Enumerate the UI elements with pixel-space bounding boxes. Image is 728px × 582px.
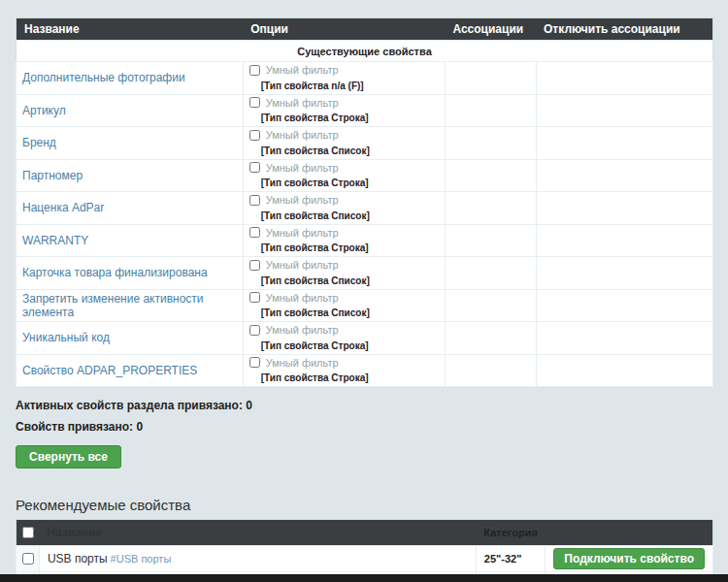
recommended-property-row: USB порты#USB порты25"-32"Подключить сво…	[17, 546, 713, 572]
property-type-label: [Тип свойства Список]	[261, 275, 370, 286]
property-name-link[interactable]: Наценка AdPar	[22, 201, 104, 214]
active-properties-count: Активных свойств раздела привязано: 0	[16, 399, 713, 412]
connect-property-button[interactable]: Подключить свойство	[553, 548, 705, 569]
existing-property-row: Уникальный кодУмный фильтр[Тип свойства …	[17, 322, 713, 355]
smart-filter-text: Умный фильтр	[266, 194, 339, 206]
property-type-label: [Тип свойства Строка]	[261, 113, 369, 123]
property-name-link[interactable]: Артикул	[22, 104, 66, 117]
existing-property-row: ПартномерУмный фильтр[Тип свойства Строк…	[17, 159, 713, 192]
smart-filter-checkbox[interactable]	[249, 260, 260, 271]
column-header-disable-associations: Отключить ассоциации	[536, 18, 712, 41]
smart-filter-text: Умный фильтр	[266, 259, 339, 271]
smart-filter-label[interactable]: Умный фильтр	[249, 227, 339, 239]
row-checkbox[interactable]	[22, 553, 34, 565]
property-type-label: [Тип свойства n/a (F)]	[261, 81, 364, 91]
bottom-dark-bar	[0, 574, 728, 582]
associations-cell	[445, 192, 536, 225]
property-name-link[interactable]: Запретить изменение активности элемента	[22, 292, 204, 319]
property-type-label: [Тип свойства Строка]	[261, 372, 369, 383]
smart-filter-checkbox[interactable]	[249, 162, 260, 173]
property-tag-link[interactable]: #USB порты	[111, 553, 172, 565]
associations-cell	[445, 62, 536, 95]
select-all-cell	[17, 520, 40, 546]
existing-property-row: Дополнительные фотографииУмный фильтр[Ти…	[17, 62, 713, 95]
smart-filter-checkbox[interactable]	[249, 325, 260, 336]
smart-filter-text: Умный фильтр	[266, 162, 339, 174]
column-header-associations: Ассоциации	[445, 18, 536, 41]
column-header-name: Название	[39, 520, 476, 546]
subheader-label: Существующие свойства	[17, 41, 713, 62]
smart-filter-checkbox[interactable]	[249, 130, 260, 141]
property-type-label: [Тип свойства Список]	[261, 146, 370, 156]
smart-filter-label[interactable]: Умный фильтр	[249, 292, 339, 304]
property-name-link[interactable]: Свойство ADPAR_PROPERTIES	[22, 364, 197, 377]
summary-block: Активных свойств раздела привязано: 0 Св…	[16, 399, 713, 469]
smart-filter-label[interactable]: Умный фильтр	[249, 162, 339, 174]
property-type-label: [Тип свойства Список]	[261, 210, 370, 221]
smart-filter-checkbox[interactable]	[249, 195, 260, 206]
existing-property-row: Запретить изменение активности элементаУ…	[17, 289, 713, 322]
smart-filter-text: Умный фильтр	[266, 64, 339, 76]
recommended-properties-table: Название Категория USB порты#USB порты25…	[16, 519, 713, 582]
disable-associations-cell	[536, 224, 712, 257]
recommended-property-name: USB порты	[48, 552, 108, 566]
disable-associations-cell	[536, 289, 712, 322]
disable-associations-cell	[536, 354, 712, 387]
smart-filter-text: Умный фильтр	[266, 97, 339, 109]
disable-associations-cell	[536, 159, 712, 192]
collapse-all-button[interactable]: Свернуть все	[16, 445, 121, 469]
existing-property-row: БрендУмный фильтр[Тип свойства Список]	[17, 127, 713, 160]
property-name-link[interactable]: Бренд	[22, 136, 56, 149]
disable-associations-cell	[536, 257, 712, 290]
column-header-name: Название	[17, 18, 244, 41]
smart-filter-label[interactable]: Умный фильтр	[249, 97, 339, 109]
associations-cell	[445, 289, 536, 322]
property-name-link[interactable]: Партномер	[22, 169, 83, 182]
associations-cell	[445, 257, 536, 290]
property-type-label: [Тип свойства Строка]	[261, 340, 369, 351]
associations-cell	[445, 224, 536, 257]
page-content: Название Опции Ассоциации Отключить ассо…	[0, 0, 728, 582]
smart-filter-checkbox[interactable]	[249, 97, 260, 108]
existing-property-row: Наценка AdParУмный фильтр[Тип свойства С…	[17, 192, 713, 225]
smart-filter-label[interactable]: Умный фильтр	[249, 324, 339, 336]
disable-associations-cell	[536, 322, 712, 355]
property-name-link[interactable]: Карточка товара финализирована	[22, 266, 208, 279]
property-type-label: [Тип свойства Строка]	[261, 178, 369, 188]
disable-associations-cell	[536, 192, 712, 225]
property-type-label: [Тип свойства Список]	[261, 307, 370, 318]
property-name-link[interactable]: Уникальный код	[22, 331, 110, 344]
column-header-actions	[546, 520, 713, 546]
smart-filter-label[interactable]: Умный фильтр	[249, 259, 339, 271]
category-value: 25"-32"	[476, 546, 546, 572]
recommended-header-row: Название Категория	[17, 520, 713, 546]
smart-filter-checkbox[interactable]	[249, 292, 260, 303]
column-header-options: Опции	[243, 18, 445, 41]
associations-cell	[445, 127, 536, 160]
smart-filter-text: Умный фильтр	[266, 357, 339, 369]
smart-filter-checkbox[interactable]	[249, 357, 260, 368]
associations-cell	[445, 354, 536, 387]
smart-filter-label[interactable]: Умный фильтр	[249, 194, 339, 206]
existing-properties-header-row: Название Опции Ассоциации Отключить ассо…	[17, 18, 713, 41]
property-name-link[interactable]: Дополнительные фотографии	[22, 71, 185, 84]
existing-properties-subheader: Существующие свойства	[17, 41, 713, 62]
property-name-link[interactable]: WARRANTY	[22, 234, 88, 247]
select-all-checkbox[interactable]	[22, 527, 34, 538]
bound-properties-count: Свойств привязано: 0	[16, 420, 713, 434]
smart-filter-label[interactable]: Умный фильтр	[249, 129, 339, 141]
smart-filter-checkbox[interactable]	[249, 65, 260, 76]
associations-cell	[445, 159, 536, 192]
smart-filter-label[interactable]: Умный фильтр	[249, 64, 339, 76]
smart-filter-text: Умный фильтр	[266, 324, 339, 336]
existing-property-row: Свойство ADPAR_PROPERTIESУмный фильтр[Ти…	[17, 354, 713, 387]
disable-associations-cell	[536, 127, 712, 160]
recommended-properties-heading: Рекомендуемые свойства	[16, 497, 713, 513]
smart-filter-label[interactable]: Умный фильтр	[249, 357, 339, 369]
disable-associations-cell	[536, 94, 712, 127]
smart-filter-checkbox[interactable]	[249, 227, 260, 238]
smart-filter-text: Умный фильтр	[266, 129, 339, 141]
associations-cell	[445, 322, 536, 355]
property-type-label: [Тип свойства Строка]	[261, 242, 369, 253]
existing-property-row: WARRANTYУмный фильтр[Тип свойства Строка…	[17, 224, 713, 257]
